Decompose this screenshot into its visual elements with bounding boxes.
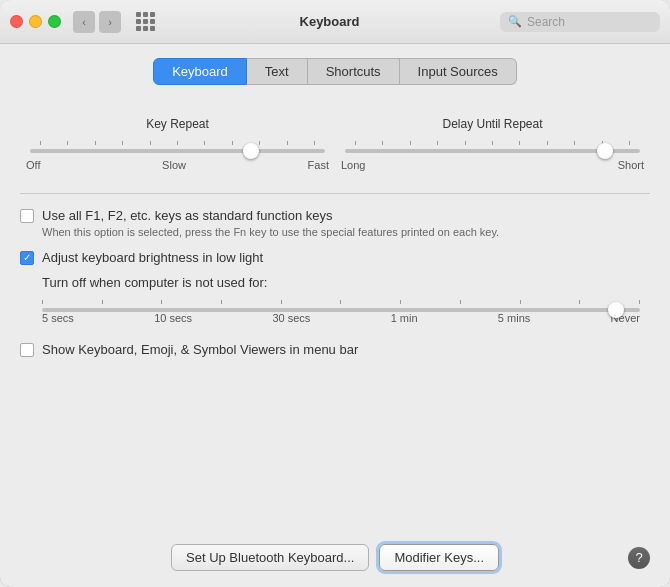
maximize-button[interactable] [48,15,61,28]
brightness-checkbox[interactable] [20,251,34,265]
grid-button[interactable] [131,8,159,36]
sliders-row: Key Repeat Off Slow Fast [20,117,650,171]
fn-keys-item: Use all F1, F2, etc. keys as standard fu… [20,208,650,240]
fn-keys-desc: When this option is selected, press the … [42,225,499,240]
delay-repeat-ticks [345,141,640,145]
search-box[interactable]: 🔍 Search [500,12,660,32]
tabs-container: Keyboard Text Shortcuts Input Sources [0,44,670,103]
tabs: Keyboard Text Shortcuts Input Sources [20,58,650,85]
tab-input-sources[interactable]: Input Sources [400,58,517,85]
show-keyboard-item: Show Keyboard, Emoji, & Symbol Viewers i… [20,342,650,357]
key-repeat-labels: Off Slow Fast [20,159,335,171]
nav-buttons: ‹ › [73,11,121,33]
main-content: Key Repeat Off Slow Fast [0,103,670,532]
turnoff-1min: 1 min [391,312,418,324]
key-repeat-group: Key Repeat Off Slow Fast [20,117,335,171]
delay-long-label: Long [341,159,365,171]
bottom-buttons: Set Up Bluetooth Keyboard... Modifier Ke… [171,544,499,571]
turnoff-slider-container: 5 secs 10 secs 30 secs 1 min 5 mins Neve… [42,298,640,324]
search-icon: 🔍 [508,15,522,28]
fn-keys-content: Use all F1, F2, etc. keys as standard fu… [42,208,499,240]
delay-repeat-thumb[interactable] [597,143,613,159]
key-repeat-slow-label: Slow [162,159,186,171]
show-keyboard-label: Show Keyboard, Emoji, & Symbol Viewers i… [42,342,358,357]
titlebar: ‹ › Keyboard 🔍 Search [0,0,670,44]
key-repeat-thumb[interactable] [243,143,259,159]
key-repeat-label: Key Repeat [146,117,209,131]
turnoff-thumb[interactable] [608,302,624,318]
turnoff-5mins: 5 mins [498,312,530,324]
tab-shortcuts[interactable]: Shortcuts [308,58,400,85]
key-repeat-ticks [30,141,325,145]
keyboard-window: ‹ › Keyboard 🔍 Search Keyboard Text Shor… [0,0,670,587]
separator-1 [20,193,650,194]
help-area: ? [499,547,650,569]
tab-keyboard[interactable]: Keyboard [153,58,247,85]
delay-repeat-slider-container [335,141,650,153]
forward-button[interactable]: › [99,11,121,33]
key-repeat-track[interactable] [30,149,325,153]
key-repeat-off-label: Off [26,159,40,171]
turnoff-end-labels: 5 secs 10 secs 30 secs 1 min 5 mins Neve… [42,312,640,324]
brightness-item: Adjust keyboard brightness in low light [20,250,650,265]
key-repeat-fast-label: Fast [308,159,329,171]
search-placeholder: Search [527,15,565,29]
minimize-button[interactable] [29,15,42,28]
turnoff-track[interactable] [42,308,640,312]
turnoff-5secs: 5 secs [42,312,74,324]
back-button[interactable]: ‹ [73,11,95,33]
show-keyboard-checkbox[interactable] [20,343,34,357]
delay-repeat-label: Delay Until Repeat [442,117,542,131]
delay-repeat-labels: Long Short [335,159,650,171]
turnoff-label: Turn off when computer is not used for: [42,275,650,290]
bottom-bar: Set Up Bluetooth Keyboard... Modifier Ke… [0,532,670,587]
delay-repeat-track[interactable] [345,149,640,153]
fn-keys-label: Use all F1, F2, etc. keys as standard fu… [42,208,499,223]
brightness-label: Adjust keyboard brightness in low light [42,250,263,265]
grid-icon [136,12,155,31]
fn-keys-checkbox[interactable] [20,209,34,223]
window-title: Keyboard [159,14,500,29]
help-button[interactable]: ? [628,547,650,569]
turnoff-30secs: 30 secs [272,312,310,324]
setup-bluetooth-button[interactable]: Set Up Bluetooth Keyboard... [171,544,369,571]
close-button[interactable] [10,15,23,28]
traffic-lights [10,15,61,28]
key-repeat-slider-container [20,141,335,153]
turnoff-ticks [42,300,640,304]
tab-text[interactable]: Text [247,58,308,85]
modifier-keys-button[interactable]: Modifier Keys... [379,544,499,571]
turnoff-10secs: 10 secs [154,312,192,324]
delay-repeat-group: Delay Until Repeat Long Short [335,117,650,171]
delay-short-label: Short [618,159,644,171]
